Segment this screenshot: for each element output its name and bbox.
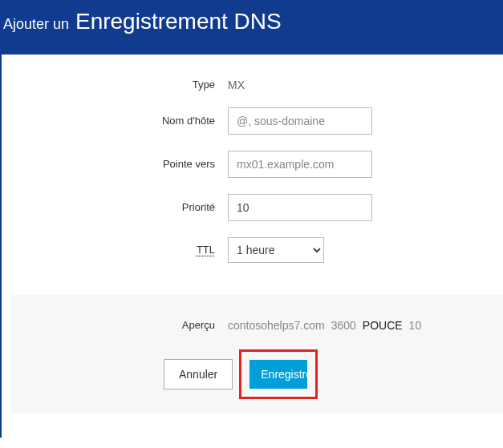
actions-row: Annuler Enregistrer (11, 349, 503, 399)
form-content: Type MX Nom d'hôte Pointe vers Priorité … (0, 54, 503, 438)
header-title: Enregistrement DNS (75, 8, 282, 35)
type-label: Type (11, 79, 228, 91)
save-button[interactable]: Enregistrer (249, 360, 307, 389)
preview-ttl-seconds: 3600 (331, 319, 356, 332)
row-host: Nom d'hôte (11, 107, 503, 135)
ttl-select[interactable]: 1 heure (228, 237, 324, 263)
row-type: Type MX (11, 79, 503, 91)
cancel-button[interactable]: Annuler (164, 359, 233, 389)
priority-input[interactable] (228, 194, 372, 221)
preview-domain: contosohelps7.com (228, 319, 325, 332)
header-prefix: Ajouter un (3, 16, 69, 34)
host-label: Nom d'hôte (11, 115, 228, 127)
type-value: MX (228, 79, 245, 91)
preview-label: Aperçu (11, 319, 228, 331)
row-priority: Priorité (11, 194, 503, 221)
ttl-label: TTL (11, 244, 228, 256)
row-points-to: Pointe vers (11, 151, 503, 178)
preview-value: contosohelps7.com 3600 POUCE 10 (228, 319, 421, 332)
page-header: Ajouter un Enregistrement DNS (0, 0, 503, 54)
priority-label: Priorité (11, 201, 228, 213)
points-input[interactable] (228, 151, 372, 178)
preview-priority: 10 (409, 319, 422, 332)
points-label: Pointe vers (11, 158, 228, 170)
preview-row: Aperçu contosohelps7.com 3600 POUCE 10 (11, 319, 503, 332)
row-ttl: TTL 1 heure (11, 237, 503, 263)
host-input[interactable] (228, 107, 372, 135)
save-highlight-box: Enregistrer (239, 349, 318, 399)
preview-class: POUCE (363, 319, 403, 332)
footer-section: Aperçu contosohelps7.com 3600 POUCE 10 A… (11, 295, 503, 414)
